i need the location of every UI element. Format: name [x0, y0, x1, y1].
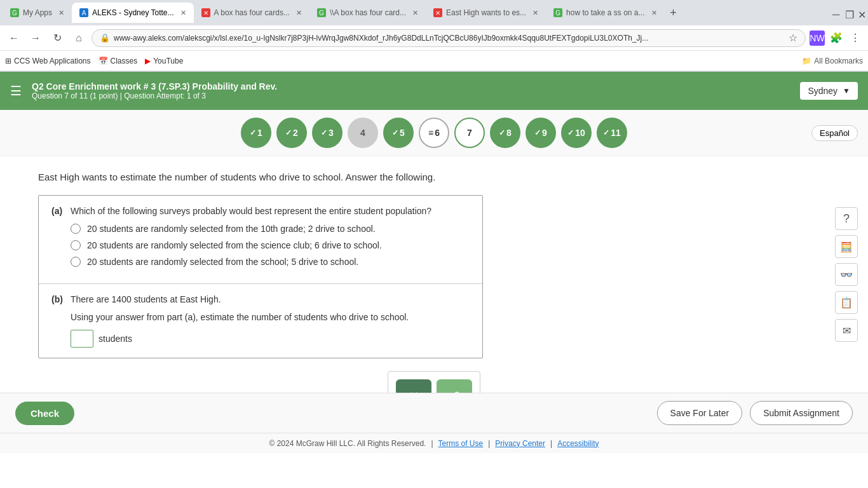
- submit-assignment-button[interactable]: Submit Assignment: [750, 401, 853, 425]
- refresh-button[interactable]: ↻: [48, 29, 66, 47]
- question-box: (a) Which of the following surveys proba…: [38, 195, 483, 358]
- back-button[interactable]: ←: [5, 29, 23, 47]
- all-bookmarks-label: All Bookmarks: [814, 57, 863, 65]
- tab5-label: East High wants to es...: [446, 8, 526, 17]
- tab-5[interactable]: ✕ East High wants to es... ✕: [426, 3, 546, 23]
- nav-bar: ← → ↻ ⌂ 🔒 www-awy.aleks.com/alekscgi/x/l…: [0, 25, 868, 51]
- tab4-close[interactable]: ✕: [412, 9, 418, 17]
- radio-label-1: 20 students are randomly selected from t…: [87, 224, 376, 234]
- students-label: students: [98, 334, 132, 344]
- part-b-line2: Using your answer from part (a), estimat…: [71, 312, 470, 322]
- footer-actions: Check Save For Later Submit Assignment: [0, 393, 868, 433]
- menu-icon[interactable]: ⋮: [848, 30, 863, 46]
- terms-link[interactable]: Terms of Use: [438, 439, 484, 448]
- notepad-icon: 📋: [840, 297, 853, 309]
- check-icon-11: ✓: [603, 128, 609, 137]
- all-bookmarks-button[interactable]: 📁 All Bookmarks: [802, 57, 863, 65]
- question-nav-6[interactable]: ≡6: [419, 118, 449, 148]
- tab6-label: how to take a ss on a...: [566, 8, 644, 17]
- footer-separator-1: |: [431, 439, 433, 448]
- radio-input-1[interactable]: [71, 224, 81, 234]
- tab5-close[interactable]: ✕: [532, 9, 538, 17]
- tab-3[interactable]: ✕ A box has four cards... ✕: [194, 3, 309, 23]
- answer-input[interactable]: [71, 330, 93, 348]
- radio-option-2[interactable]: 20 students are randomly selected from t…: [71, 240, 470, 250]
- tab-aleks[interactable]: A ALEKS - Sydney Totte... ✕: [72, 3, 194, 23]
- url-text: www-awy.aleks.com/alekscgi/x/lsl.exe/1o_…: [114, 34, 785, 43]
- espanol-button[interactable]: Español: [811, 125, 858, 141]
- close-window-button[interactable]: ✕: [858, 9, 865, 17]
- bookmark-youtube[interactable]: ▶ YouTube: [145, 57, 183, 65]
- tab-aleks-close[interactable]: ✕: [180, 9, 186, 17]
- check-icon-9: ✓: [534, 128, 541, 137]
- tab6-close[interactable]: ✕: [651, 9, 657, 17]
- tab-myapps-label: My Apps: [23, 8, 52, 17]
- tab-4[interactable]: G \\A box has four card... ✕: [309, 3, 426, 23]
- question-nav-8[interactable]: ✓8: [490, 118, 520, 148]
- bookmarks-folder-icon: 📁: [802, 57, 811, 65]
- question-nav-2[interactable]: ✓2: [276, 118, 307, 148]
- part-a-question: Which of the following surveys probably …: [71, 206, 470, 216]
- radio-option-1[interactable]: 20 students are randomly selected from t…: [71, 224, 470, 234]
- tab-6[interactable]: G how to take a ss on a... ✕: [546, 3, 664, 23]
- tab3-close[interactable]: ✕: [296, 9, 302, 17]
- radio-option-3[interactable]: 20 students are randomly selected from t…: [71, 257, 470, 267]
- accessibility-link[interactable]: Accessibility: [557, 439, 599, 448]
- check-icon-2: ✓: [285, 128, 292, 137]
- extensions-icon[interactable]: NW: [810, 30, 825, 46]
- calculator-button[interactable]: 🧮: [835, 235, 858, 258]
- part-a: (a) Which of the following surveys proba…: [39, 196, 482, 284]
- part-b-label: (b): [51, 294, 71, 304]
- new-tab-button[interactable]: +: [665, 4, 682, 22]
- footer-separator-2: |: [488, 439, 490, 448]
- bookmark-classes[interactable]: 📅 Classes: [98, 57, 138, 65]
- radio-input-2[interactable]: [71, 240, 81, 250]
- myapps-favicon: G: [10, 8, 19, 17]
- mail-button[interactable]: ✉: [835, 319, 858, 342]
- username-label: Sydney: [808, 86, 837, 96]
- browser-chrome: G My Apps ✕ A ALEKS - Sydney Totte... ✕ …: [0, 0, 868, 72]
- footer-right-buttons: Save For Later Submit Assignment: [657, 401, 853, 425]
- extensions-puzzle-icon[interactable]: 🧩: [829, 30, 844, 46]
- part-a-content: Which of the following surveys probably …: [71, 206, 470, 267]
- question-nav-11[interactable]: ✓11: [597, 118, 627, 148]
- security-icon: 🔒: [100, 33, 110, 43]
- check-icon-5: ✓: [392, 128, 398, 137]
- user-dropdown-arrow: ▼: [843, 86, 850, 95]
- question-nav-7[interactable]: 7: [454, 118, 485, 148]
- user-menu[interactable]: Sydney ▼: [800, 82, 858, 100]
- window-controls: ─ ❐ ✕: [832, 9, 865, 17]
- question-nav-1[interactable]: ✓1: [241, 118, 271, 148]
- mail-icon: ✉: [843, 325, 851, 337]
- star-icon[interactable]: ☆: [789, 32, 797, 44]
- hamburger-menu[interactable]: ☰: [10, 83, 22, 98]
- question-nav-3[interactable]: ✓3: [312, 118, 342, 148]
- question-nav-4[interactable]: 4: [348, 118, 378, 148]
- check-icon-10: ✓: [567, 128, 574, 137]
- maximize-button[interactable]: ❐: [845, 9, 853, 17]
- minimize-button[interactable]: ─: [832, 9, 840, 17]
- ccs-label: CCS Web Applications: [14, 57, 91, 65]
- aleks-header: ☰ Q2 Core Enrichment work # 3 (7.SP.3) P…: [0, 72, 868, 110]
- url-bar[interactable]: 🔒 www-awy.aleks.com/alekscgi/x/lsl.exe/1…: [92, 29, 806, 47]
- check-button[interactable]: Check: [15, 402, 74, 425]
- part-b-content: There are 1400 students at East High. Us…: [71, 294, 470, 348]
- privacy-link[interactable]: Privacy Center: [495, 439, 545, 448]
- radio-input-3[interactable]: [71, 257, 81, 267]
- forward-button[interactable]: →: [27, 29, 44, 47]
- help-button[interactable]: ?: [835, 207, 858, 230]
- accessibility-view-button[interactable]: 👓: [835, 263, 858, 286]
- part-b-line1: There are 1400 students at East High.: [71, 294, 470, 304]
- bookmarks-bar: ⊞ CCS Web Applications 📅 Classes ▶ YouTu…: [0, 51, 868, 71]
- bookmark-ccs[interactable]: ⊞ CCS Web Applications: [5, 57, 91, 65]
- tab-myapps[interactable]: G My Apps ✕: [3, 3, 72, 23]
- question-nav-5[interactable]: ✓5: [383, 118, 414, 148]
- question-nav-10[interactable]: ✓10: [561, 118, 592, 148]
- tab-myapps-close[interactable]: ✕: [58, 9, 64, 17]
- home-button[interactable]: ⌂: [70, 29, 88, 47]
- save-for-later-button[interactable]: Save For Later: [657, 401, 743, 425]
- question-nav-9[interactable]: ✓9: [526, 118, 556, 148]
- check-icon-3: ✓: [321, 128, 327, 137]
- notepad-button[interactable]: 📋: [835, 291, 858, 314]
- classes-icon: 📅: [98, 57, 108, 65]
